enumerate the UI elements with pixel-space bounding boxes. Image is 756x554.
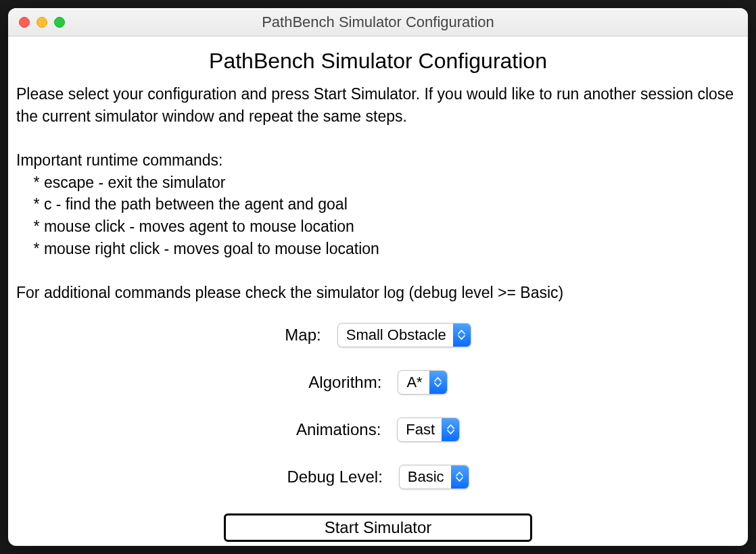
algorithm-select[interactable]: A* [398, 370, 447, 395]
chevron-up-down-icon [429, 371, 447, 394]
app-window: PathBench Simulator Configuration PathBe… [8, 8, 748, 546]
debug-level-label: Debug Level: [287, 468, 382, 486]
close-icon[interactable] [19, 17, 30, 28]
map-select[interactable]: Small Obstacle [337, 323, 471, 347]
algorithm-label: Algorithm: [308, 373, 381, 392]
animations-select[interactable]: Fast [397, 418, 460, 442]
start-simulator-button[interactable]: Start Simulator [224, 513, 532, 542]
algorithm-select-value: A* [398, 371, 429, 394]
animations-select-value: Fast [398, 418, 442, 441]
titlebar: PathBench Simulator Configuration [8, 8, 748, 36]
algorithm-row: Algorithm: A* [308, 370, 447, 395]
animations-label: Animations: [296, 420, 381, 439]
debug-level-select[interactable]: Basic [399, 465, 469, 489]
config-form: Map: Small Obstacle Algorithm: A* [14, 323, 742, 542]
instructions-text: Please select your configuration and pre… [14, 83, 742, 304]
map-row: Map: Small Obstacle [285, 323, 471, 347]
chevron-up-down-icon [453, 324, 471, 347]
page-heading: PathBench Simulator Configuration [14, 49, 742, 74]
chevron-up-down-icon [442, 418, 459, 441]
traffic-lights [19, 17, 65, 28]
content-area: PathBench Simulator Configuration Please… [8, 36, 748, 546]
chevron-up-down-icon [451, 465, 469, 488]
maximize-icon[interactable] [54, 17, 65, 28]
debug-level-select-value: Basic [400, 465, 451, 488]
debug-level-row: Debug Level: Basic [287, 465, 469, 489]
minimize-icon[interactable] [37, 17, 47, 28]
animations-row: Animations: Fast [296, 418, 460, 442]
map-select-value: Small Obstacle [338, 324, 453, 347]
map-label: Map: [285, 326, 321, 345]
window-title: PathBench Simulator Configuration [8, 14, 748, 31]
